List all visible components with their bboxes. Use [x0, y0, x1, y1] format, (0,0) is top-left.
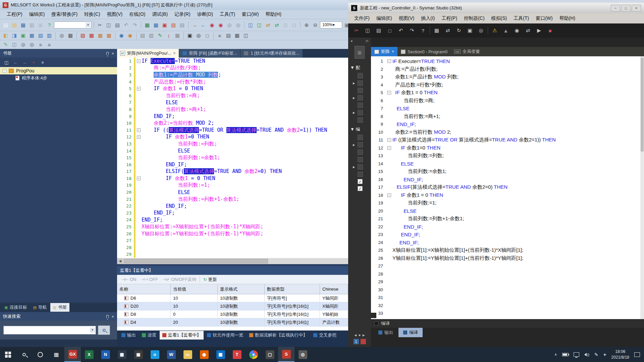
nav-icon[interactable]: ◀ — [354, 334, 357, 337]
firefox-app-icon[interactable]: ◉ — [196, 347, 212, 362]
fold-toggle-icon[interactable]: − — [387, 59, 391, 63]
rail-group-label[interactable]: ▼ 配 — [348, 62, 371, 72]
sidebar-tab-书签[interactable]: ▥书签 — [50, 303, 69, 312]
bottom-tab-输出[interactable]: 输出 — [374, 328, 398, 337]
archive-icon[interactable]: ▤ — [178, 21, 186, 29]
compare-icon[interactable]: ⇄ — [524, 26, 532, 35]
start-button[interactable] — [0, 347, 16, 362]
tool-icon[interactable]: ▤ — [37, 32, 45, 40]
battery-icon[interactable] — [562, 353, 569, 356]
open-project-icon[interactable]: ▧ — [10, 21, 18, 29]
gx-st-editor[interactable]: 1−IF Executer=TRUE THEN2 商:=产品计数/列数;3 余数… — [117, 58, 348, 258]
controller-thumbnail-icon[interactable]: ▦ — [355, 46, 365, 59]
close-button[interactable]: × — [632, 5, 641, 11]
next-bookmark-icon[interactable]: → — [21, 59, 28, 66]
zoom-combo[interactable]: 100%▾ — [320, 21, 342, 28]
rail-item[interactable]: ▶ — [348, 141, 371, 148]
bottom-tab-编译[interactable]: 编译 — [398, 328, 423, 337]
bottom-tab[interactable]: 软元件使用一览 — [204, 331, 246, 340]
tray-expand-icon[interactable]: ∧ — [554, 352, 557, 357]
list-remove-icon[interactable]: ≡ — [45, 41, 53, 49]
expand-arrow-icon[interactable]: ▶ — [353, 166, 356, 169]
chevron-down-icon[interactable]: ▾ — [86, 22, 91, 27]
fold-toggle-icon[interactable]: − — [387, 193, 391, 197]
volume-icon[interactable]: )) — [584, 353, 589, 357]
tool-icon[interactable]: ▥ — [147, 32, 155, 40]
dev-pair-icon[interactable]: ◫ — [247, 21, 255, 29]
tool-icon[interactable]: ▤ — [224, 32, 232, 40]
sysmac-app-icon[interactable]: S — [278, 347, 294, 362]
copies-icon[interactable]: ▣ — [37, 21, 45, 29]
timer-icon[interactable]: ◉ — [117, 32, 125, 40]
menu-item[interactable]: 诊断(D) — [194, 11, 216, 18]
window-icon[interactable]: □ — [281, 21, 289, 29]
watch-OFF-button[interactable]: ⊣⊣OFF — [139, 276, 160, 283]
monitor-icon[interactable]: ▣ — [466, 26, 474, 35]
editor-tab[interactable]: Section0 - Program0 — [397, 47, 451, 56]
quick-search-button[interactable] — [98, 325, 110, 335]
column-header[interactable]: Chinese — [320, 284, 348, 294]
menu-item[interactable]: 在线(O) — [126, 11, 149, 18]
fold-toggle-icon[interactable]: − — [387, 138, 391, 142]
menu-item[interactable]: 插入(I) — [418, 15, 438, 22]
tim-app-icon[interactable]: T — [229, 347, 245, 362]
print-icon[interactable]: ▥ — [28, 21, 36, 29]
jump-icon[interactable]: ⇄ — [264, 21, 272, 29]
word-app-icon[interactable]: W — [163, 347, 179, 362]
menu-item[interactable]: 调试(B) — [149, 11, 171, 18]
expand-arrow-icon[interactable]: ▶ — [353, 111, 356, 114]
redo-icon[interactable]: ↷ — [408, 26, 416, 35]
rail-item[interactable]: ▶ — [348, 94, 371, 102]
run-icon[interactable]: ▶ — [535, 26, 543, 35]
tree-item-program-body[interactable]: 程序本体:4步 — [0, 74, 117, 82]
rail-group-label[interactable]: ▼ 编 — [348, 124, 371, 134]
pin-icon[interactable] — [106, 52, 109, 55]
verify2-icon[interactable]: ◉ — [217, 21, 225, 29]
tool-icon[interactable]: □ — [203, 32, 211, 40]
device-icon[interactable]: ▩ — [88, 32, 96, 40]
rail-item[interactable] — [348, 148, 371, 156]
folder-red-icon[interactable]: ▨ — [169, 21, 177, 29]
close-tab-icon[interactable]: × — [173, 51, 175, 56]
rail-checkbox-row[interactable]: ✓ — [348, 185, 371, 192]
pin-icon[interactable] — [106, 315, 109, 318]
editor-tab[interactable]: ST矩阵(MAIN/ProgPou/...× — [117, 49, 179, 58]
paste-icon[interactable]: ▤ — [113, 21, 121, 29]
tool-icon[interactable]: ◫ — [242, 32, 250, 40]
device-read-icon[interactable]: ▦ — [152, 21, 160, 29]
undo-icon[interactable]: ↶ — [122, 21, 130, 29]
fold-toggle-icon[interactable]: − — [387, 91, 391, 95]
search-icon[interactable]: ◎ — [58, 32, 66, 40]
scrollbar-thumb[interactable] — [124, 259, 268, 263]
rail-item[interactable]: ▶ — [348, 163, 371, 171]
mini-icon[interactable] — [361, 339, 366, 344]
write-to-plc-icon[interactable]: → — [191, 21, 199, 29]
menu-item[interactable]: 工程(P) — [3, 11, 26, 18]
build-icon[interactable]: ▦ — [432, 26, 441, 35]
expand-arrow-icon[interactable]: ▶ — [353, 97, 356, 100]
fold-toggle-icon[interactable]: − — [137, 59, 141, 63]
watch-row[interactable]: D61010进制数字[有符号]Y轴间距 — [117, 294, 348, 302]
gx-titlebar[interactable]: G MELSOFT GX Works3 (工程未设置) - [矩阵(MAIN/P… — [0, 0, 348, 10]
fold-toggle-icon[interactable]: − — [387, 146, 391, 150]
stop-icon[interactable]: ■ — [546, 26, 554, 35]
menu-item[interactable]: 编辑(E) — [26, 11, 48, 18]
column-header[interactable]: 当前值 — [171, 284, 218, 294]
minimize-button[interactable]: − — [611, 5, 620, 11]
quick-search-input[interactable]: ▾ — [3, 326, 96, 335]
rail-item[interactable] — [348, 156, 371, 163]
find-doc-icon[interactable]: ◎ — [19, 41, 27, 49]
column-header[interactable]: 名称 — [117, 284, 171, 294]
redo-icon[interactable]: ↷ — [131, 21, 139, 29]
pin-icon[interactable]: ⊓ — [366, 39, 368, 43]
chevron-down-icon[interactable]: ▾ — [351, 39, 353, 43]
bottom-tab[interactable]: 数据流解析【监视执行中】 — [247, 331, 310, 340]
checkbox-checked-icon[interactable]: ✓ — [358, 186, 363, 191]
chrome-app-icon[interactable] — [245, 347, 262, 362]
delete-icon[interactable]: □ — [385, 26, 394, 35]
docs-icon[interactable]: ◫ — [10, 41, 18, 49]
bottom-tab[interactable]: 监看1【监看中】 — [160, 331, 204, 340]
menu-item[interactable]: 帮助(H) — [262, 11, 284, 18]
menu-item[interactable]: 窗口(W) — [532, 15, 556, 22]
maximize-button[interactable]: □ — [621, 5, 631, 11]
